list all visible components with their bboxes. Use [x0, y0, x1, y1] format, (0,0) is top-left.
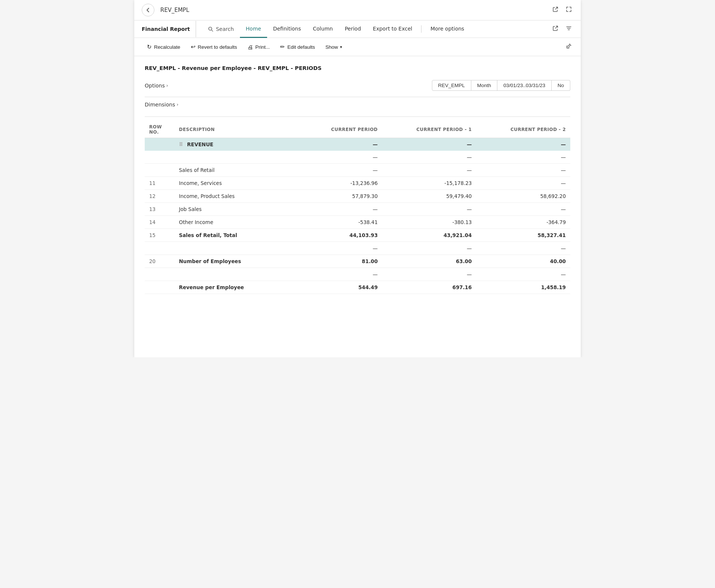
toolbar: ↻ Recalculate ↩ Revert to defaults 🖨 Pri…	[134, 38, 581, 56]
nav-export[interactable]: Export to Excel	[367, 20, 418, 38]
table-row: 14Other Income-538.41-380.13-364.79	[145, 216, 570, 229]
cell-col3: —	[476, 177, 570, 190]
title-bar: REV_EMPL	[134, 0, 581, 20]
cell-description: Income, Services	[174, 177, 301, 190]
back-button[interactable]	[142, 4, 154, 16]
search-nav-item[interactable]: Search	[202, 21, 240, 37]
cell-col2: -15,178.23	[382, 177, 476, 190]
cell-col1: 81.00	[301, 255, 382, 268]
cell-col2: 697.16	[382, 281, 476, 294]
show-button[interactable]: Show ▾	[320, 42, 348, 52]
cell-row-no	[145, 138, 174, 151]
option-pill-revempl[interactable]: REV_EMPL	[432, 80, 471, 91]
nav-brand: Financial Report	[142, 21, 196, 37]
external-link-icon[interactable]	[551, 5, 560, 15]
col-header-current-period-2: CURRENT PERIOD - 2	[476, 121, 570, 138]
expand-icon[interactable]	[564, 5, 573, 15]
cell-col2: —	[382, 164, 476, 177]
drag-icon[interactable]: ⠿	[179, 141, 185, 147]
cell-col3: 58,692.20	[476, 190, 570, 203]
cell-description: Income, Product Sales	[174, 190, 301, 203]
table-row: ———	[145, 268, 570, 281]
col-header-current-period-1: CURRENT PERIOD - 1	[382, 121, 476, 138]
table-row: Sales of Retail———	[145, 164, 570, 177]
options-chevron-icon: ›	[166, 83, 168, 88]
table-row: 11Income, Services-13,236.96-15,178.23—	[145, 177, 570, 190]
table-row: 20Number of Employees81.0063.0040.00	[145, 255, 570, 268]
cell-description	[174, 242, 301, 255]
cell-description: ⠿ REVENUE	[174, 138, 301, 151]
cell-description: Revenue per Employee	[174, 281, 301, 294]
cell-description: Other Income	[174, 216, 301, 229]
cell-col3: —	[476, 268, 570, 281]
cell-col2: —	[382, 242, 476, 255]
cell-col1: —	[301, 164, 382, 177]
revert-icon: ↩	[191, 44, 196, 50]
recalculate-button[interactable]: ↻ Recalculate	[142, 41, 186, 53]
cell-description: Sales of Retail	[174, 164, 301, 177]
table-row: ———	[145, 242, 570, 255]
cell-row-no	[145, 151, 174, 164]
nav-more-options[interactable]: More options	[424, 20, 470, 38]
cell-col3: —	[476, 151, 570, 164]
nav-column[interactable]: Column	[307, 20, 339, 38]
cell-col1: —	[301, 138, 382, 151]
cell-col1: 44,103.93	[301, 229, 382, 242]
content-area: REV_EMPL - Revenue per Employee - REV_EM…	[134, 56, 581, 303]
search-label: Search	[216, 26, 234, 32]
cell-col1: 57,879.30	[301, 190, 382, 203]
col-header-rowno: Row No.	[145, 121, 174, 138]
cell-col2: 59,479.40	[382, 190, 476, 203]
share-icon[interactable]	[551, 24, 560, 34]
options-divider	[145, 97, 570, 97]
revert-button[interactable]: ↩ Revert to defaults	[186, 41, 243, 53]
cell-col1: —	[301, 268, 382, 281]
cell-description	[174, 268, 301, 281]
title-bar-right	[551, 5, 573, 15]
dimensions-label[interactable]: Dimensions ›	[145, 102, 570, 108]
cell-col2: -380.13	[382, 216, 476, 229]
cell-col2: —	[382, 203, 476, 216]
cell-col1: -13,236.96	[301, 177, 382, 190]
options-pills: REV_EMPL Month 03/01/23..03/31/23 No	[432, 80, 570, 91]
cell-col2: 63.00	[382, 255, 476, 268]
cell-row-no	[145, 164, 174, 177]
col-header-description: Description	[174, 121, 301, 138]
nav-home[interactable]: Home	[240, 20, 267, 38]
edit-defaults-button[interactable]: ✏ Edit defaults	[275, 41, 320, 53]
cell-col3: —	[476, 138, 570, 151]
option-pill-date[interactable]: 03/01/23..03/31/23	[497, 80, 552, 91]
table-row: ———	[145, 151, 570, 164]
cell-col2: —	[382, 138, 476, 151]
cell-description: Number of Employees	[174, 255, 301, 268]
title-bar-left: REV_EMPL	[142, 4, 189, 16]
option-pill-no[interactable]: No	[552, 80, 570, 91]
table-row: 15Sales of Retail, Total44,103.9343,921.…	[145, 229, 570, 242]
print-icon: 🖨	[247, 44, 253, 50]
cell-description: Sales of Retail, Total	[174, 229, 301, 242]
filter-icon[interactable]	[564, 24, 573, 34]
cell-row-no: 20	[145, 255, 174, 268]
option-pill-month[interactable]: Month	[471, 80, 498, 91]
recalculate-icon: ↻	[147, 44, 152, 50]
cell-row-no	[145, 242, 174, 255]
table-header-row: Row No. Description CURRENT PERIOD CURRE…	[145, 121, 570, 138]
print-button[interactable]: 🖨 Print...	[242, 41, 275, 53]
options-label[interactable]: Options ›	[145, 83, 189, 89]
options-row: Options › REV_EMPL Month 03/01/23..03/31…	[145, 80, 570, 91]
window-title: REV_EMPL	[160, 7, 189, 13]
table-row: ⠿ REVENUE———	[145, 138, 570, 151]
cell-row-no: 11	[145, 177, 174, 190]
cell-col1: —	[301, 203, 382, 216]
nav-definitions[interactable]: Definitions	[267, 20, 307, 38]
nav-period[interactable]: Period	[339, 20, 367, 38]
cell-col1: —	[301, 242, 382, 255]
pin-icon[interactable]	[564, 42, 573, 52]
options-section: Options › REV_EMPL Month 03/01/23..03/31…	[145, 80, 570, 91]
cell-col2: 43,921.04	[382, 229, 476, 242]
chevron-down-icon: ▾	[340, 45, 342, 49]
cell-col2: —	[382, 268, 476, 281]
cell-row-no: 15	[145, 229, 174, 242]
cell-col3: -364.79	[476, 216, 570, 229]
nav-divider	[421, 25, 421, 33]
